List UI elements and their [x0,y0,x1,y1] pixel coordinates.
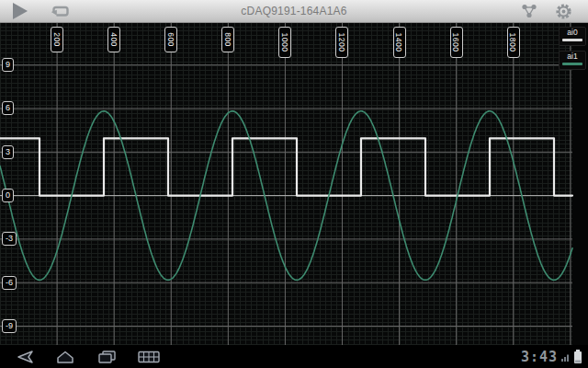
y-tick-label: -9 [2,319,17,333]
loop-button[interactable] [48,0,74,22]
back-button[interactable] [6,345,41,368]
x-tick-label: 1800 [507,27,520,58]
legend-label: ai1 [560,52,585,62]
legend-chip-ai0[interactable]: ai0 [559,27,586,46]
y-tick-label: 3 [2,145,14,159]
action-bar: cDAQ9191-164A1A6 [0,0,588,23]
x-tick-label: 1200 [335,27,348,58]
legend-color-bar [562,63,582,65]
play-icon [13,3,28,19]
legend-chip-ai1[interactable]: ai1 [559,51,586,70]
x-tick-label: 200 [51,27,63,52]
x-tick-label: 400 [107,27,120,52]
y-tick-label: 9 [2,58,14,72]
x-tick-label: 1000 [278,27,291,58]
waveform-canvas [0,22,588,345]
signal-icon [561,351,570,362]
settings-gear-icon [555,3,572,20]
keyboard-icon [137,350,161,364]
recent-apps-button[interactable] [89,345,124,368]
graph-area: 20040060080010001200140016001800 9630-3-… [0,22,588,345]
y-tick-label: -6 [2,276,17,290]
network-devices-icon [520,3,538,19]
window-title: cDAQ9191-164A1A6 [110,0,478,22]
clock[interactable]: 3:43 [521,349,558,365]
y-tick-label: 0 [2,189,14,202]
play-button[interactable] [7,0,33,22]
x-tick-label: 800 [221,27,234,52]
legend-color-bar [562,39,582,41]
x-tick-label: 600 [164,27,177,52]
recent-apps-icon [96,350,118,364]
x-tick-label: 1600 [450,27,463,58]
home-button[interactable] [48,345,83,368]
network-devices-button[interactable] [517,0,541,22]
system-bar: 3:43 [0,345,588,368]
loop-icon [51,4,71,19]
battery-icon [573,349,582,364]
settings-button[interactable] [551,0,575,22]
waveform-ai0 [0,138,572,195]
status-cluster[interactable]: 3:43 [521,345,582,368]
back-icon [13,350,35,364]
y-tick-label: 6 [2,101,14,115]
home-icon [54,350,76,364]
tablet-screen: cDAQ9191-164A1A6 20040060080010001200140… [0,0,588,368]
legend-label: ai0 [560,28,585,38]
y-tick-label: -3 [2,232,17,246]
keyboard-button[interactable] [130,345,167,368]
x-tick-label: 1400 [393,27,406,58]
